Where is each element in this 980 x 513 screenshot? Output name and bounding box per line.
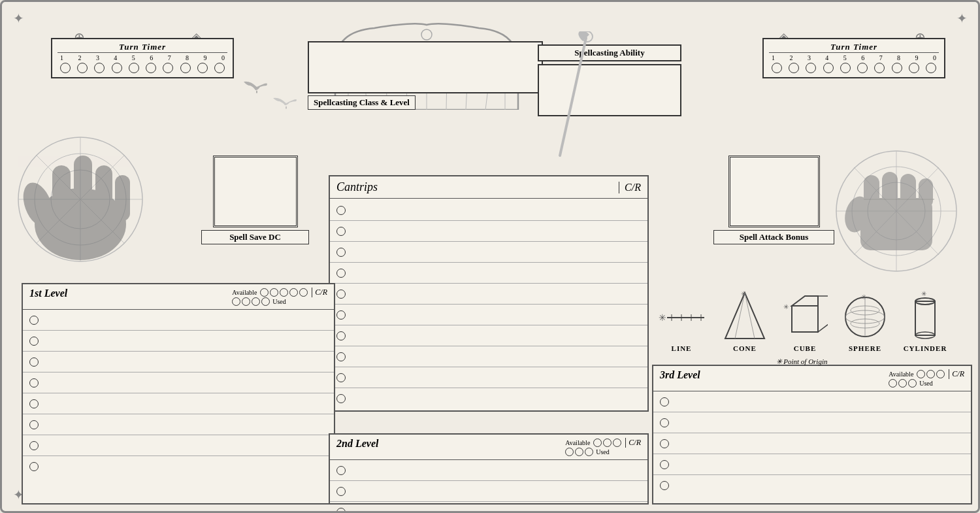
slot-circle[interactable] [242, 297, 250, 306]
spell-line[interactable] [330, 284, 647, 305]
slot-circle[interactable] [252, 297, 260, 306]
spell-checkbox[interactable] [336, 466, 346, 475]
spell-line[interactable] [23, 331, 334, 352]
timer-circle[interactable] [94, 63, 105, 73]
slot-circle[interactable] [280, 288, 288, 297]
spell-line[interactable] [23, 456, 334, 477]
spell-save-dc-input[interactable] [213, 156, 298, 227]
spell-checkbox[interactable] [660, 439, 669, 448]
spell-line[interactable] [330, 305, 647, 325]
slot-circle[interactable] [261, 297, 270, 306]
spell-checkbox[interactable] [336, 290, 346, 299]
slot-circle[interactable] [299, 288, 308, 297]
slot-circle[interactable] [585, 448, 593, 456]
spell-line[interactable] [330, 221, 647, 242]
spell-checkbox[interactable] [660, 397, 669, 406]
slot-circle[interactable] [613, 439, 621, 447]
spell-line[interactable] [23, 435, 334, 456]
spell-line[interactable] [330, 388, 647, 409]
spell-line[interactable] [330, 502, 647, 513]
level-2-available-row: Available C/R [565, 438, 641, 448]
timer-circle[interactable] [789, 63, 799, 73]
spell-line[interactable] [653, 475, 971, 496]
spell-checkbox[interactable] [660, 481, 669, 490]
slot-circle[interactable] [270, 288, 278, 297]
timer-circle[interactable] [909, 63, 919, 73]
spell-line[interactable] [330, 242, 647, 263]
spell-checkbox[interactable] [29, 462, 39, 471]
spell-line[interactable] [23, 352, 334, 372]
timer-circle[interactable] [857, 63, 868, 73]
spell-checkbox[interactable] [29, 357, 39, 367]
spell-checkbox[interactable] [29, 337, 39, 346]
spell-line[interactable] [653, 412, 971, 433]
spell-checkbox[interactable] [660, 418, 669, 427]
timer-circle[interactable] [926, 63, 936, 73]
timer-circle[interactable] [146, 63, 156, 73]
spell-line[interactable] [330, 200, 647, 221]
timer-circle[interactable] [112, 63, 122, 73]
spell-checkbox[interactable] [336, 373, 346, 382]
spell-line[interactable] [653, 454, 971, 475]
slot-circle[interactable] [908, 379, 917, 388]
timer-circle[interactable] [129, 63, 139, 73]
spell-checkbox[interactable] [336, 310, 346, 320]
slot-circle[interactable] [898, 379, 907, 388]
timer-circle[interactable] [60, 63, 71, 73]
spell-checkbox[interactable] [29, 399, 39, 408]
spell-line[interactable] [330, 346, 647, 367]
spell-checkbox[interactable] [336, 269, 346, 278]
available-label: Available [232, 289, 257, 296]
slot-circle[interactable] [565, 448, 574, 456]
timer-circle[interactable] [77, 63, 88, 73]
slot-circle[interactable] [603, 439, 612, 447]
spell-line[interactable] [330, 263, 647, 284]
spell-line[interactable] [653, 433, 971, 454]
spell-checkbox[interactable] [336, 248, 346, 257]
timer-circle[interactable] [197, 63, 208, 73]
timer-circle[interactable] [840, 63, 851, 73]
timer-circle[interactable] [806, 63, 816, 73]
spell-line[interactable] [23, 414, 334, 435]
spell-line[interactable] [330, 325, 647, 346]
spell-checkbox[interactable] [29, 378, 39, 388]
shape-cylinder: ✳ CYLINDER [902, 290, 948, 352]
svg-marker-49 [725, 293, 764, 339]
spell-checkbox[interactable] [660, 460, 669, 469]
spell-line[interactable] [23, 393, 334, 414]
slot-circle[interactable] [889, 379, 897, 388]
spell-line[interactable] [330, 460, 647, 481]
spell-checkbox[interactable] [29, 316, 39, 325]
spell-checkbox[interactable] [336, 394, 346, 403]
spell-line[interactable] [330, 367, 647, 388]
cube-icon: ✳ [782, 290, 828, 342]
spell-checkbox[interactable] [336, 508, 346, 513]
timer-circle[interactable] [772, 63, 782, 73]
slot-circle[interactable] [575, 448, 583, 456]
timer-circle[interactable] [163, 63, 173, 73]
spell-checkbox[interactable] [336, 352, 346, 361]
spell-checkbox[interactable] [336, 487, 346, 496]
spellcasting-class-input[interactable] [308, 41, 543, 93]
spell-checkbox[interactable] [336, 227, 346, 236]
spell-attack-bonus-input[interactable] [728, 156, 820, 227]
spell-line[interactable] [653, 391, 971, 412]
slot-circle[interactable] [232, 297, 240, 306]
timer-circle[interactable] [823, 63, 834, 73]
timer-circle[interactable] [874, 63, 885, 73]
level-3-section: 3rd Level Available C/R Used [652, 365, 972, 505]
timer-circle[interactable] [892, 63, 902, 73]
timer-circle[interactable] [180, 63, 191, 73]
spell-checkbox[interactable] [29, 441, 39, 450]
spell-line[interactable] [23, 310, 334, 331]
spell-checkbox[interactable] [336, 206, 346, 215]
slot-circle[interactable] [289, 288, 298, 297]
slot-circle[interactable] [593, 439, 602, 447]
spell-checkbox[interactable] [29, 420, 39, 429]
shape-line: ✳ LINE [655, 296, 708, 352]
spell-line[interactable] [23, 372, 334, 393]
spell-line[interactable] [330, 481, 647, 502]
slot-circle[interactable] [260, 288, 269, 297]
timer-circle[interactable] [214, 63, 225, 73]
spell-checkbox[interactable] [336, 331, 346, 340]
